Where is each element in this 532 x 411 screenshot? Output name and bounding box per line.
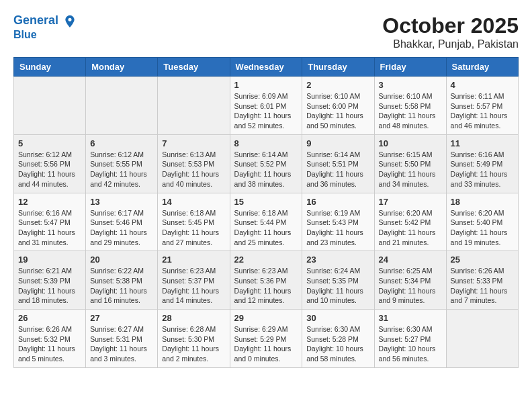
day-info: Sunrise: 6:27 AMSunset: 5:31 PMDaylight:… [90, 324, 153, 364]
calendar-table: SundayMondayTuesdayWednesdayThursdayFrid… [13, 57, 519, 368]
day-info: Sunrise: 6:22 AMSunset: 5:38 PMDaylight:… [90, 266, 153, 306]
day-number: 28 [162, 313, 225, 323]
weekday-header: Thursday [302, 58, 374, 77]
day-number: 5 [18, 138, 81, 148]
calendar-cell [14, 77, 86, 135]
calendar-cell: 10Sunrise: 6:15 AMSunset: 5:50 PMDayligh… [374, 134, 446, 193]
day-number: 12 [18, 197, 81, 207]
day-number: 26 [18, 313, 81, 323]
day-number: 15 [234, 197, 298, 207]
day-number: 21 [162, 255, 225, 265]
calendar-cell: 13Sunrise: 6:17 AMSunset: 5:46 PMDayligh… [86, 193, 158, 251]
day-info: Sunrise: 6:23 AMSunset: 5:36 PMDaylight:… [234, 266, 298, 306]
location-title: Bhakkar, Punjab, Pakistan [382, 38, 519, 50]
day-info: Sunrise: 6:18 AMSunset: 5:44 PMDaylight:… [234, 208, 298, 248]
calendar-cell: 8Sunrise: 6:14 AMSunset: 5:52 PMDaylight… [230, 134, 302, 193]
calendar-cell: 16Sunrise: 6:19 AMSunset: 5:43 PMDayligh… [302, 193, 374, 251]
logo-text: General [13, 13, 77, 28]
day-info: Sunrise: 6:13 AMSunset: 5:53 PMDaylight:… [162, 150, 225, 189]
day-info: Sunrise: 6:30 AMSunset: 5:27 PMDaylight:… [379, 324, 442, 364]
day-number: 31 [379, 313, 442, 323]
calendar-cell: 28Sunrise: 6:28 AMSunset: 5:30 PMDayligh… [158, 310, 230, 368]
day-number: 24 [379, 255, 442, 265]
day-info: Sunrise: 6:23 AMSunset: 5:37 PMDaylight:… [162, 266, 225, 306]
calendar-cell: 29Sunrise: 6:29 AMSunset: 5:29 PMDayligh… [230, 310, 302, 368]
weekday-header: Friday [374, 58, 446, 77]
day-number: 20 [90, 255, 153, 265]
day-number: 23 [306, 255, 369, 265]
day-number: 16 [306, 197, 369, 207]
day-info: Sunrise: 6:25 AMSunset: 5:34 PMDaylight:… [379, 266, 442, 306]
weekday-header: Monday [86, 58, 158, 77]
day-number: 27 [90, 313, 153, 323]
calendar-cell: 19Sunrise: 6:21 AMSunset: 5:39 PMDayligh… [14, 251, 86, 310]
calendar-cell: 4Sunrise: 6:11 AMSunset: 5:57 PMDaylight… [446, 77, 518, 135]
weekday-header: Wednesday [230, 58, 302, 77]
calendar-cell: 7Sunrise: 6:13 AMSunset: 5:53 PMDaylight… [158, 134, 230, 193]
day-info: Sunrise: 6:18 AMSunset: 5:45 PMDaylight:… [162, 208, 225, 248]
day-number: 2 [306, 80, 369, 90]
calendar-cell: 26Sunrise: 6:26 AMSunset: 5:32 PMDayligh… [14, 310, 86, 368]
day-number: 11 [451, 138, 514, 148]
calendar-cell: 3Sunrise: 6:10 AMSunset: 5:58 PMDaylight… [374, 77, 446, 135]
calendar-cell [446, 310, 518, 368]
day-info: Sunrise: 6:29 AMSunset: 5:29 PMDaylight:… [234, 324, 298, 364]
title-section: October 2025 Bhakkar, Punjab, Pakistan [382, 13, 519, 50]
day-info: Sunrise: 6:15 AMSunset: 5:50 PMDaylight:… [379, 150, 442, 189]
calendar-week-row: 12Sunrise: 6:16 AMSunset: 5:47 PMDayligh… [14, 193, 519, 251]
calendar-cell: 11Sunrise: 6:16 AMSunset: 5:49 PMDayligh… [446, 134, 518, 193]
calendar-header-row: SundayMondayTuesdayWednesdayThursdayFrid… [14, 58, 519, 77]
calendar-cell: 6Sunrise: 6:12 AMSunset: 5:55 PMDaylight… [86, 134, 158, 193]
day-number: 3 [379, 80, 442, 90]
calendar-cell: 2Sunrise: 6:10 AMSunset: 6:00 PMDaylight… [302, 77, 374, 135]
calendar-cell: 5Sunrise: 6:12 AMSunset: 5:56 PMDaylight… [14, 134, 86, 193]
day-info: Sunrise: 6:14 AMSunset: 5:51 PMDaylight:… [306, 150, 369, 189]
calendar-cell: 14Sunrise: 6:18 AMSunset: 5:45 PMDayligh… [158, 193, 230, 251]
day-info: Sunrise: 6:09 AMSunset: 6:01 PMDaylight:… [234, 91, 298, 131]
calendar-cell: 30Sunrise: 6:30 AMSunset: 5:28 PMDayligh… [302, 310, 374, 368]
day-info: Sunrise: 6:11 AMSunset: 5:57 PMDaylight:… [451, 91, 514, 131]
logo-subtext: Blue [13, 28, 77, 41]
day-info: Sunrise: 6:28 AMSunset: 5:30 PMDaylight:… [162, 324, 225, 364]
calendar-week-row: 26Sunrise: 6:26 AMSunset: 5:32 PMDayligh… [14, 310, 519, 368]
calendar-cell: 18Sunrise: 6:20 AMSunset: 5:40 PMDayligh… [446, 193, 518, 251]
calendar-cell: 9Sunrise: 6:14 AMSunset: 5:51 PMDaylight… [302, 134, 374, 193]
day-number: 6 [90, 138, 153, 148]
calendar-cell [86, 77, 158, 135]
calendar-week-row: 5Sunrise: 6:12 AMSunset: 5:56 PMDaylight… [14, 134, 519, 193]
day-info: Sunrise: 6:30 AMSunset: 5:28 PMDaylight:… [306, 324, 369, 364]
day-info: Sunrise: 6:26 AMSunset: 5:33 PMDaylight:… [451, 266, 514, 306]
day-info: Sunrise: 6:20 AMSunset: 5:40 PMDaylight:… [451, 208, 514, 248]
day-info: Sunrise: 6:21 AMSunset: 5:39 PMDaylight:… [18, 266, 81, 306]
page-header: General Blue October 2025 Bhakkar, Punja… [13, 13, 519, 50]
calendar-week-row: 1Sunrise: 6:09 AMSunset: 6:01 PMDaylight… [14, 77, 519, 135]
month-title: October 2025 [382, 13, 519, 38]
day-info: Sunrise: 6:10 AMSunset: 5:58 PMDaylight:… [379, 91, 442, 131]
calendar-cell: 21Sunrise: 6:23 AMSunset: 5:37 PMDayligh… [158, 251, 230, 310]
calendar-cell: 1Sunrise: 6:09 AMSunset: 6:01 PMDaylight… [230, 77, 302, 135]
calendar-cell: 15Sunrise: 6:18 AMSunset: 5:44 PMDayligh… [230, 193, 302, 251]
day-number: 30 [306, 313, 369, 323]
calendar-cell: 20Sunrise: 6:22 AMSunset: 5:38 PMDayligh… [86, 251, 158, 310]
day-number: 14 [162, 197, 225, 207]
weekday-header: Sunday [14, 58, 86, 77]
day-number: 4 [451, 80, 514, 90]
day-info: Sunrise: 6:16 AMSunset: 5:49 PMDaylight:… [451, 150, 514, 189]
calendar-cell [158, 77, 230, 135]
logo: General Blue [13, 13, 77, 41]
day-info: Sunrise: 6:17 AMSunset: 5:46 PMDaylight:… [90, 208, 153, 248]
calendar-cell: 25Sunrise: 6:26 AMSunset: 5:33 PMDayligh… [446, 251, 518, 310]
day-info: Sunrise: 6:10 AMSunset: 6:00 PMDaylight:… [306, 91, 369, 131]
calendar-cell: 23Sunrise: 6:24 AMSunset: 5:35 PMDayligh… [302, 251, 374, 310]
weekday-header: Tuesday [158, 58, 230, 77]
day-info: Sunrise: 6:16 AMSunset: 5:47 PMDaylight:… [18, 208, 81, 248]
day-info: Sunrise: 6:26 AMSunset: 5:32 PMDaylight:… [18, 324, 81, 364]
day-info: Sunrise: 6:20 AMSunset: 5:42 PMDaylight:… [379, 208, 442, 248]
day-number: 18 [451, 197, 514, 207]
calendar-cell: 24Sunrise: 6:25 AMSunset: 5:34 PMDayligh… [374, 251, 446, 310]
day-number: 19 [18, 255, 81, 265]
calendar-cell: 27Sunrise: 6:27 AMSunset: 5:31 PMDayligh… [86, 310, 158, 368]
day-number: 22 [234, 255, 298, 265]
calendar-week-row: 19Sunrise: 6:21 AMSunset: 5:39 PMDayligh… [14, 251, 519, 310]
day-number: 13 [90, 197, 153, 207]
